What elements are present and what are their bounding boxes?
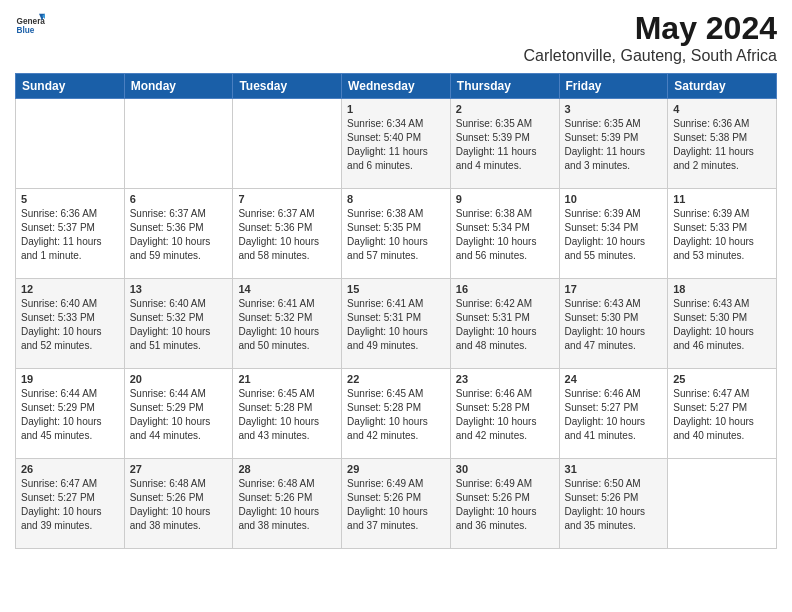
day-info: Sunrise: 6:50 AM Sunset: 5:26 PM Dayligh…	[565, 477, 663, 533]
day-info: Sunrise: 6:40 AM Sunset: 5:33 PM Dayligh…	[21, 297, 119, 353]
calendar-cell-w2d3: 7Sunrise: 6:37 AM Sunset: 5:36 PM Daylig…	[233, 189, 342, 279]
day-number: 19	[21, 373, 119, 385]
calendar-cell-w1d4: 1Sunrise: 6:34 AM Sunset: 5:40 PM Daylig…	[342, 99, 451, 189]
calendar-cell-w5d5: 30Sunrise: 6:49 AM Sunset: 5:26 PM Dayli…	[450, 459, 559, 549]
day-number: 17	[565, 283, 663, 295]
day-number: 27	[130, 463, 228, 475]
header-thursday: Thursday	[450, 74, 559, 99]
day-info: Sunrise: 6:39 AM Sunset: 5:34 PM Dayligh…	[565, 207, 663, 263]
day-number: 9	[456, 193, 554, 205]
day-info: Sunrise: 6:47 AM Sunset: 5:27 PM Dayligh…	[21, 477, 119, 533]
title-block: May 2024 Carletonville, Gauteng, South A…	[524, 10, 777, 65]
header-sunday: Sunday	[16, 74, 125, 99]
day-info: Sunrise: 6:40 AM Sunset: 5:32 PM Dayligh…	[130, 297, 228, 353]
day-info: Sunrise: 6:41 AM Sunset: 5:32 PM Dayligh…	[238, 297, 336, 353]
calendar-subtitle: Carletonville, Gauteng, South Africa	[524, 47, 777, 65]
day-info: Sunrise: 6:38 AM Sunset: 5:35 PM Dayligh…	[347, 207, 445, 263]
day-info: Sunrise: 6:44 AM Sunset: 5:29 PM Dayligh…	[21, 387, 119, 443]
day-number: 7	[238, 193, 336, 205]
day-number: 2	[456, 103, 554, 115]
calendar-cell-w3d2: 13Sunrise: 6:40 AM Sunset: 5:32 PM Dayli…	[124, 279, 233, 369]
calendar-cell-w5d7	[668, 459, 777, 549]
calendar-cell-w1d3	[233, 99, 342, 189]
day-info: Sunrise: 6:46 AM Sunset: 5:28 PM Dayligh…	[456, 387, 554, 443]
svg-text:Blue: Blue	[17, 26, 35, 35]
calendar-cell-w4d4: 22Sunrise: 6:45 AM Sunset: 5:28 PM Dayli…	[342, 369, 451, 459]
day-number: 18	[673, 283, 771, 295]
calendar-cell-w1d2	[124, 99, 233, 189]
day-info: Sunrise: 6:37 AM Sunset: 5:36 PM Dayligh…	[238, 207, 336, 263]
day-info: Sunrise: 6:45 AM Sunset: 5:28 PM Dayligh…	[347, 387, 445, 443]
day-info: Sunrise: 6:45 AM Sunset: 5:28 PM Dayligh…	[238, 387, 336, 443]
day-number: 1	[347, 103, 445, 115]
calendar-container: General Blue May 2024 Carletonville, Gau…	[0, 0, 792, 559]
logo-icon: General Blue	[15, 10, 45, 40]
calendar-cell-w2d1: 5Sunrise: 6:36 AM Sunset: 5:37 PM Daylig…	[16, 189, 125, 279]
svg-text:General: General	[17, 17, 46, 26]
day-info: Sunrise: 6:42 AM Sunset: 5:31 PM Dayligh…	[456, 297, 554, 353]
day-number: 10	[565, 193, 663, 205]
calendar-cell-w1d6: 3Sunrise: 6:35 AM Sunset: 5:39 PM Daylig…	[559, 99, 668, 189]
day-number: 23	[456, 373, 554, 385]
day-info: Sunrise: 6:43 AM Sunset: 5:30 PM Dayligh…	[673, 297, 771, 353]
day-number: 8	[347, 193, 445, 205]
day-info: Sunrise: 6:38 AM Sunset: 5:34 PM Dayligh…	[456, 207, 554, 263]
calendar-cell-w2d2: 6Sunrise: 6:37 AM Sunset: 5:36 PM Daylig…	[124, 189, 233, 279]
header-wednesday: Wednesday	[342, 74, 451, 99]
day-number: 14	[238, 283, 336, 295]
header-friday: Friday	[559, 74, 668, 99]
calendar-cell-w4d7: 25Sunrise: 6:47 AM Sunset: 5:27 PM Dayli…	[668, 369, 777, 459]
day-number: 16	[456, 283, 554, 295]
calendar-cell-w4d6: 24Sunrise: 6:46 AM Sunset: 5:27 PM Dayli…	[559, 369, 668, 459]
day-number: 3	[565, 103, 663, 115]
day-info: Sunrise: 6:39 AM Sunset: 5:33 PM Dayligh…	[673, 207, 771, 263]
calendar-cell-w3d6: 17Sunrise: 6:43 AM Sunset: 5:30 PM Dayli…	[559, 279, 668, 369]
week-row-1: 1Sunrise: 6:34 AM Sunset: 5:40 PM Daylig…	[16, 99, 777, 189]
calendar-cell-w5d6: 31Sunrise: 6:50 AM Sunset: 5:26 PM Dayli…	[559, 459, 668, 549]
week-row-5: 26Sunrise: 6:47 AM Sunset: 5:27 PM Dayli…	[16, 459, 777, 549]
day-number: 13	[130, 283, 228, 295]
day-number: 21	[238, 373, 336, 385]
calendar-cell-w1d7: 4Sunrise: 6:36 AM Sunset: 5:38 PM Daylig…	[668, 99, 777, 189]
calendar-title: May 2024	[524, 10, 777, 47]
calendar-cell-w5d3: 28Sunrise: 6:48 AM Sunset: 5:26 PM Dayli…	[233, 459, 342, 549]
day-info: Sunrise: 6:49 AM Sunset: 5:26 PM Dayligh…	[347, 477, 445, 533]
week-row-2: 5Sunrise: 6:36 AM Sunset: 5:37 PM Daylig…	[16, 189, 777, 279]
day-number: 6	[130, 193, 228, 205]
day-number: 24	[565, 373, 663, 385]
calendar-cell-w3d1: 12Sunrise: 6:40 AM Sunset: 5:33 PM Dayli…	[16, 279, 125, 369]
day-info: Sunrise: 6:47 AM Sunset: 5:27 PM Dayligh…	[673, 387, 771, 443]
day-info: Sunrise: 6:34 AM Sunset: 5:40 PM Dayligh…	[347, 117, 445, 173]
week-row-3: 12Sunrise: 6:40 AM Sunset: 5:33 PM Dayli…	[16, 279, 777, 369]
day-number: 11	[673, 193, 771, 205]
day-number: 22	[347, 373, 445, 385]
calendar-cell-w3d5: 16Sunrise: 6:42 AM Sunset: 5:31 PM Dayli…	[450, 279, 559, 369]
calendar-cell-w2d6: 10Sunrise: 6:39 AM Sunset: 5:34 PM Dayli…	[559, 189, 668, 279]
calendar-cell-w2d7: 11Sunrise: 6:39 AM Sunset: 5:33 PM Dayli…	[668, 189, 777, 279]
day-number: 15	[347, 283, 445, 295]
logo: General Blue	[15, 10, 45, 40]
day-info: Sunrise: 6:43 AM Sunset: 5:30 PM Dayligh…	[565, 297, 663, 353]
day-number: 4	[673, 103, 771, 115]
day-info: Sunrise: 6:46 AM Sunset: 5:27 PM Dayligh…	[565, 387, 663, 443]
day-number: 30	[456, 463, 554, 475]
calendar-cell-w2d5: 9Sunrise: 6:38 AM Sunset: 5:34 PM Daylig…	[450, 189, 559, 279]
day-info: Sunrise: 6:44 AM Sunset: 5:29 PM Dayligh…	[130, 387, 228, 443]
day-info: Sunrise: 6:36 AM Sunset: 5:38 PM Dayligh…	[673, 117, 771, 173]
day-number: 29	[347, 463, 445, 475]
day-number: 5	[21, 193, 119, 205]
header-tuesday: Tuesday	[233, 74, 342, 99]
day-info: Sunrise: 6:48 AM Sunset: 5:26 PM Dayligh…	[130, 477, 228, 533]
calendar-cell-w5d4: 29Sunrise: 6:49 AM Sunset: 5:26 PM Dayli…	[342, 459, 451, 549]
day-info: Sunrise: 6:36 AM Sunset: 5:37 PM Dayligh…	[21, 207, 119, 263]
week-row-4: 19Sunrise: 6:44 AM Sunset: 5:29 PM Dayli…	[16, 369, 777, 459]
calendar-cell-w4d2: 20Sunrise: 6:44 AM Sunset: 5:29 PM Dayli…	[124, 369, 233, 459]
calendar-cell-w3d7: 18Sunrise: 6:43 AM Sunset: 5:30 PM Dayli…	[668, 279, 777, 369]
calendar-cell-w4d1: 19Sunrise: 6:44 AM Sunset: 5:29 PM Dayli…	[16, 369, 125, 459]
calendar-cell-w5d1: 26Sunrise: 6:47 AM Sunset: 5:27 PM Dayli…	[16, 459, 125, 549]
day-number: 31	[565, 463, 663, 475]
day-info: Sunrise: 6:41 AM Sunset: 5:31 PM Dayligh…	[347, 297, 445, 353]
calendar-cell-w5d2: 27Sunrise: 6:48 AM Sunset: 5:26 PM Dayli…	[124, 459, 233, 549]
calendar-cell-w1d5: 2Sunrise: 6:35 AM Sunset: 5:39 PM Daylig…	[450, 99, 559, 189]
day-number: 25	[673, 373, 771, 385]
